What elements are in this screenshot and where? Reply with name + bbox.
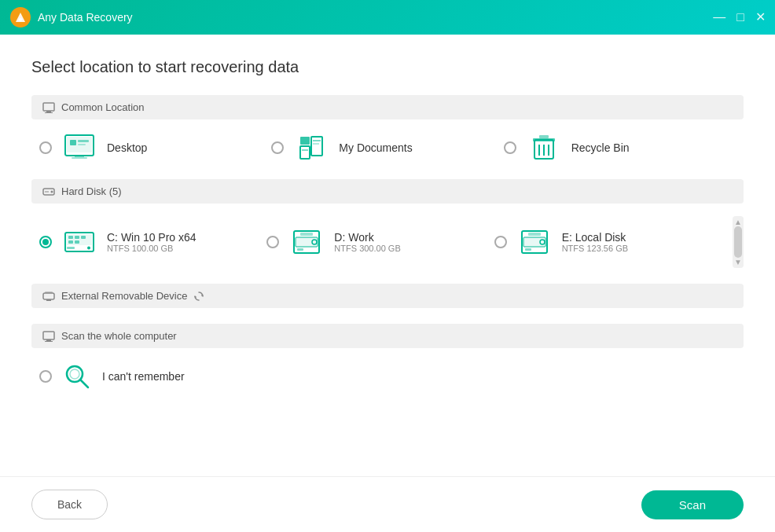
svg-point-25 <box>51 190 53 193</box>
harddisk-header-icon <box>42 186 55 197</box>
desktop-name: Desktop <box>107 141 147 154</box>
app-logo <box>9 6 31 28</box>
radio-cant-remember[interactable] <box>39 370 52 383</box>
c-drive-icon-wrap <box>61 226 97 258</box>
svg-rect-32 <box>68 240 73 244</box>
desktop-text: Desktop <box>107 141 147 154</box>
svg-rect-19 <box>533 138 555 141</box>
refresh-icon[interactable] <box>193 291 204 302</box>
d-drive-icon <box>291 228 322 256</box>
documents-icon <box>297 134 325 162</box>
e-drive-icon-wrap <box>516 226 553 258</box>
recycle-bin-icon-wrap <box>526 132 562 163</box>
main-content: Select location to start recovering data… <box>0 35 775 476</box>
scroll-up-arrow[interactable]: ▲ <box>734 218 742 226</box>
bottom-bar: Back Scan <box>0 476 775 532</box>
desktop-icon-wrap <box>61 132 97 163</box>
location-d-drive[interactable]: D: Work NTFS 300.00 GB <box>266 216 494 268</box>
svg-rect-29 <box>68 236 73 239</box>
location-my-documents[interactable]: My Documents <box>271 132 503 163</box>
svg-rect-8 <box>78 140 89 142</box>
maximize-button[interactable]: □ <box>736 11 744 24</box>
location-e-drive[interactable]: E: Local Disk NTFS 123.56 GB <box>494 216 722 268</box>
titlebar: Any Data Recovery — □ ✕ <box>0 0 775 35</box>
svg-rect-45 <box>525 248 531 251</box>
hard-disk-grid: C: Win 10 Pro x64 NTFS 100.00 GB <box>31 216 729 268</box>
common-locations-grid: Desktop My Documents <box>31 132 744 163</box>
svg-rect-51 <box>43 332 54 339</box>
scan-whole-label: Scan the whole computer <box>61 330 177 342</box>
monitor-icon <box>42 102 55 113</box>
svg-rect-11 <box>72 157 87 159</box>
radio-d-drive[interactable] <box>266 236 279 248</box>
svg-rect-43 <box>528 233 541 236</box>
cant-remember-item[interactable]: I can't remember <box>31 361 744 392</box>
svg-rect-20 <box>539 135 549 138</box>
svg-rect-46 <box>43 293 54 299</box>
svg-rect-12 <box>300 137 310 145</box>
d-drive-icon-wrap <box>288 226 325 258</box>
my-documents-text: My Documents <box>339 141 412 154</box>
svg-line-55 <box>80 380 88 387</box>
common-location-header: Common Location <box>31 95 744 119</box>
svg-rect-10 <box>75 156 84 157</box>
common-location-label: Common Location <box>61 101 145 113</box>
hard-disk-section: Hard Disk (5) <box>31 179 744 268</box>
c-drive-sub: NTFS 100.00 GB <box>107 244 197 253</box>
cant-remember-icon-wrap <box>61 361 93 392</box>
radio-e-drive[interactable] <box>494 236 507 248</box>
radio-c-drive[interactable] <box>39 236 52 248</box>
e-drive-name: E: Local Disk <box>562 231 628 244</box>
svg-rect-15 <box>313 143 319 145</box>
svg-rect-48 <box>45 292 53 293</box>
location-desktop[interactable]: Desktop <box>39 132 271 163</box>
recycle-bin-text: Recycle Bin <box>571 141 630 154</box>
svg-rect-34 <box>67 247 75 249</box>
my-documents-name: My Documents <box>339 141 412 154</box>
svg-rect-40 <box>297 248 303 251</box>
c-drive-text: C: Win 10 Pro x64 NTFS 100.00 GB <box>107 231 197 253</box>
scan-whole-header: Scan the whole computer <box>31 324 744 348</box>
desktop-icon <box>64 134 95 162</box>
recycle-bin-icon <box>531 134 556 162</box>
scan-button[interactable]: Scan <box>641 490 744 519</box>
svg-rect-53 <box>45 341 53 342</box>
svg-rect-2 <box>43 103 54 111</box>
scan-whole-section: Scan the whole computer I can't remember <box>31 324 744 392</box>
radio-desktop[interactable] <box>39 141 52 154</box>
d-drive-sub: NTFS 300.00 GB <box>334 244 400 253</box>
my-documents-icon-wrap <box>293 132 329 163</box>
c-drive-name: C: Win 10 Pro x64 <box>107 231 197 244</box>
radio-recycle-bin[interactable] <box>504 141 516 154</box>
svg-rect-17 <box>302 149 308 151</box>
window-controls: — □ ✕ <box>713 11 766 24</box>
c-drive-icon <box>64 228 95 256</box>
scrollbar-thumb[interactable] <box>734 226 742 258</box>
recycle-bin-name: Recycle Bin <box>571 141 630 154</box>
external-device-label: External Removable Device <box>61 290 187 302</box>
scroll-down-arrow[interactable]: ▼ <box>734 258 742 266</box>
svg-rect-47 <box>46 299 51 301</box>
close-button[interactable]: ✕ <box>755 11 766 24</box>
back-button[interactable]: Back <box>31 490 108 519</box>
radio-my-documents[interactable] <box>271 141 284 154</box>
vertical-scrollbar[interactable]: ▲ ▼ <box>733 216 744 268</box>
location-recycle-bin[interactable]: Recycle Bin <box>504 132 736 163</box>
svg-rect-16 <box>300 146 310 159</box>
svg-rect-3 <box>46 111 51 112</box>
e-drive-text: E: Local Disk NTFS 123.56 GB <box>562 231 628 253</box>
svg-point-56 <box>70 369 79 379</box>
minimize-button[interactable]: — <box>713 11 725 24</box>
svg-rect-9 <box>78 144 86 145</box>
svg-rect-14 <box>313 140 321 141</box>
svg-rect-52 <box>46 339 51 341</box>
app-title: Any Data Recovery <box>38 11 713 24</box>
svg-rect-4 <box>45 112 53 113</box>
e-drive-sub: NTFS 123.56 GB <box>562 244 628 253</box>
hard-disk-grid-wrapper: C: Win 10 Pro x64 NTFS 100.00 GB <box>31 216 744 268</box>
svg-point-1 <box>19 18 22 21</box>
e-drive-icon <box>519 228 550 256</box>
svg-rect-30 <box>75 236 79 239</box>
svg-rect-31 <box>81 236 86 239</box>
location-c-drive[interactable]: C: Win 10 Pro x64 NTFS 100.00 GB <box>39 216 266 268</box>
